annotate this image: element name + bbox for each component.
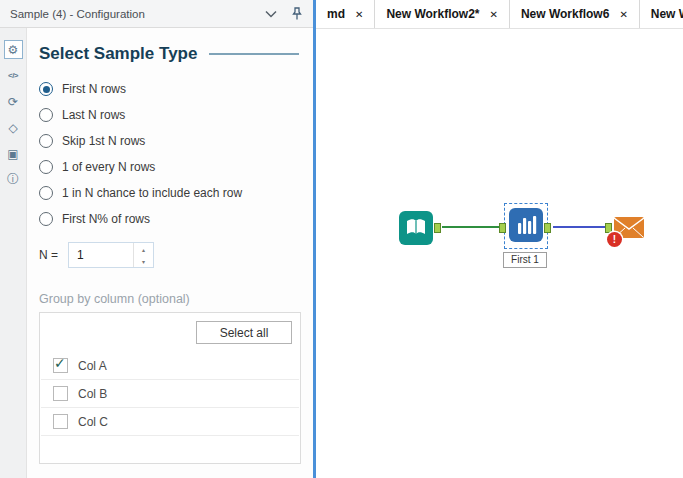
column-row-col-c[interactable]: Col C — [41, 408, 299, 436]
tab-label: New Workflow2* — [386, 7, 479, 21]
radio-option-1-in-n-chance[interactable]: 1 in N chance to include each row — [39, 180, 301, 206]
configuration-panel: Sample (4) - Configuration ⚙ </> ⟳ ◇ ▣ ⓘ… — [0, 0, 313, 478]
connection-green[interactable] — [442, 226, 503, 228]
n-row: N = ▴ ▾ — [39, 242, 301, 268]
tab-label: md — [327, 7, 345, 21]
workflow-tabbar: md ✕ New Workflow2* ✕ New Workflow6 ✕ Ne… — [316, 0, 683, 29]
column-label: Col B — [78, 387, 107, 401]
config-content: Select Sample Type First N rows Last N r… — [27, 28, 313, 478]
output-anchor[interactable] — [434, 223, 441, 233]
column-list: ✓ Col A Col B Col C — [40, 352, 300, 436]
radio-icon — [39, 134, 53, 148]
sample-type-options: First N rows Last N rows Skip 1st N rows… — [39, 76, 301, 232]
checkbox-checked-icon: ✓ — [53, 358, 68, 373]
tab-label: New Workflow6 — [521, 7, 609, 21]
tool-annotation-label: First 1 — [503, 252, 547, 268]
radio-label: Skip 1st N rows — [62, 134, 145, 148]
column-row-col-b[interactable]: Col B — [41, 380, 299, 408]
check-icon: ✓ — [54, 355, 66, 371]
radio-option-last-n-rows[interactable]: Last N rows — [39, 102, 301, 128]
spinner-down-icon[interactable]: ▾ — [134, 255, 153, 267]
section-rule — [209, 53, 299, 55]
tool-icon-strip: ⚙ </> ⟳ ◇ ▣ ⓘ — [0, 28, 27, 478]
radio-option-first-n-rows[interactable]: First N rows — [39, 76, 301, 102]
spinner-up-icon[interactable]: ▴ — [134, 243, 153, 255]
text-input-tool-icon — [399, 211, 433, 245]
tab-label: New Workflo — [651, 7, 683, 21]
n-input[interactable] — [69, 243, 133, 267]
close-icon[interactable]: ✕ — [490, 9, 498, 20]
n-control: ▴ ▾ — [68, 242, 154, 268]
column-label: Col A — [78, 359, 107, 373]
info-icon[interactable]: ⓘ — [4, 170, 23, 189]
input-anchor[interactable] — [499, 223, 506, 233]
radio-label: First N% of rows — [62, 212, 150, 226]
tab-new-workflow6[interactable]: New Workflow6 ✕ — [510, 0, 640, 28]
column-row-col-a[interactable]: ✓ Col A — [41, 352, 299, 380]
radio-icon — [39, 212, 53, 226]
tab-workflow-partial[interactable]: md ✕ — [316, 0, 375, 28]
group-by-box: Select all ✓ Col A Col B Col C — [39, 312, 301, 464]
app-window: Sample (4) - Configuration ⚙ </> ⟳ ◇ ▣ ⓘ… — [0, 0, 683, 478]
sync-icon[interactable]: ⟳ — [4, 92, 23, 111]
sample-tool[interactable] — [509, 208, 543, 242]
text-input-tool[interactable] — [399, 211, 433, 245]
close-icon[interactable]: ✕ — [355, 9, 363, 20]
code-icon[interactable]: </> — [4, 66, 23, 85]
radio-icon — [39, 108, 53, 122]
panel-title: Sample (4) - Configuration — [10, 8, 251, 20]
chevron-down-icon[interactable] — [265, 10, 277, 18]
radio-option-skip-1st-n-rows[interactable]: Skip 1st N rows — [39, 128, 301, 154]
n-label: N = — [39, 248, 58, 262]
package-icon[interactable]: ▣ — [4, 144, 23, 163]
checkbox-icon — [53, 386, 68, 401]
section-title: Select Sample Type — [39, 44, 197, 64]
radio-icon — [39, 82, 53, 96]
pin-icon[interactable] — [291, 7, 303, 21]
tag-icon[interactable]: ◇ — [4, 118, 23, 137]
radio-option-first-n-percent[interactable]: First N% of rows — [39, 206, 301, 232]
radio-label: Last N rows — [62, 108, 125, 122]
panel-header: Sample (4) - Configuration — [0, 0, 313, 28]
connection-blue[interactable] — [553, 226, 608, 228]
section-head: Select Sample Type — [39, 44, 301, 64]
column-label: Col C — [78, 415, 108, 429]
tab-new-workflow2[interactable]: New Workflow2* ✕ — [375, 0, 510, 28]
output-anchor[interactable] — [544, 223, 551, 233]
radio-label: 1 in N chance to include each row — [62, 186, 242, 200]
error-badge[interactable]: ! — [607, 232, 622, 247]
tab-new-workflow-truncated[interactable]: New Workflo — [640, 0, 683, 28]
group-by-label: Group by column (optional) — [39, 292, 301, 306]
radio-option-1-of-every-n-rows[interactable]: 1 of every N rows — [39, 154, 301, 180]
checkbox-icon — [53, 414, 68, 429]
sample-tool-icon — [509, 208, 543, 242]
radio-label: 1 of every N rows — [62, 160, 155, 174]
select-all-button[interactable]: Select all — [196, 321, 292, 344]
n-spinner: ▴ ▾ — [133, 243, 153, 267]
close-icon[interactable]: ✕ — [619, 9, 627, 20]
radio-label: First N rows — [62, 82, 126, 96]
radio-icon — [39, 186, 53, 200]
settings-icon[interactable]: ⚙ — [4, 40, 23, 59]
workflow-canvas[interactable]: First 1 ! — [316, 29, 683, 478]
radio-icon — [39, 160, 53, 174]
